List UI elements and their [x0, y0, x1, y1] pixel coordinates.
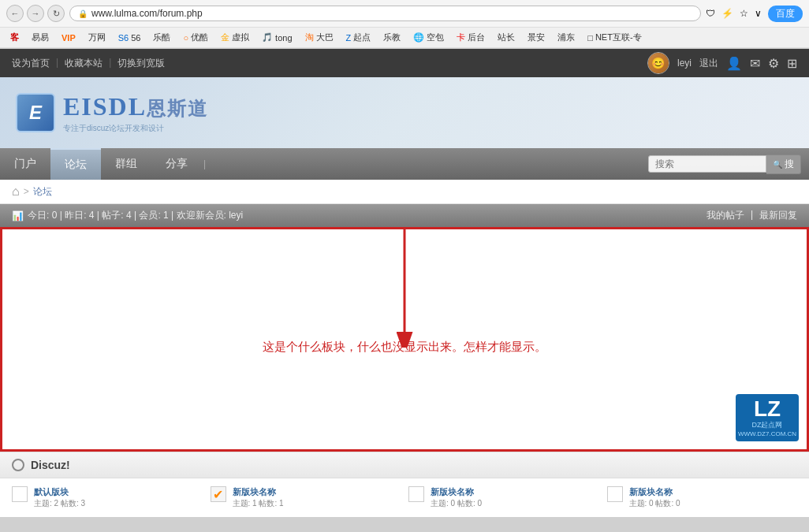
checkmark-icon-1: ✔ — [213, 487, 223, 502]
stats-bar-right: 我的帖子 | 最新回复 — [706, 209, 797, 222]
grid-icon[interactable]: ⊞ — [787, 56, 797, 71]
my-posts-link[interactable]: 我的帖子 — [706, 209, 744, 222]
bookmark-net[interactable]: □NET互联-专 — [583, 30, 645, 45]
browser-chrome: ← → ↻ 🔒 www.lulma.com/forum.php 🛡 ⚡ ☆ ∨ … — [0, 0, 809, 49]
search-input[interactable] — [648, 155, 766, 173]
bookmark-taoba[interactable]: 淘大巴 — [301, 30, 337, 45]
site-header: E EISDL恩斯道 专注于discuz论坛开发和设计 — [0, 77, 809, 148]
forward-button[interactable]: → — [27, 5, 44, 22]
forum-checkbox-1[interactable]: ✔ — [211, 486, 226, 502]
bookmark-ke[interactable]: 客 — [6, 30, 23, 45]
discuz-section: Discuz! 默认版块 主题: 2 帖数: 3 ✔ 新版块名称 主题: 1 帖… — [0, 452, 809, 517]
dz-badge: LZ DZ起点网 WWW.DZ7.COM.CN — [736, 394, 799, 441]
forum-checkbox-2[interactable] — [408, 486, 424, 502]
stats-bar-left: 📊 今日: 0 | 昨日: 4 | 帖子: 4 | 会员: 1 | 欢迎新会员:… — [12, 209, 243, 222]
person-icon[interactable]: 👤 — [726, 56, 742, 71]
forum-stats-3: 主题: 0 帖数: 0 — [629, 498, 680, 509]
bookmark-wanwang[interactable]: 万网 — [84, 30, 110, 45]
nav-forum[interactable]: 论坛 — [50, 148, 101, 180]
bookmark-tong[interactable]: 🎵tong — [258, 31, 296, 44]
breadcrumb: ⌂ > 论坛 — [0, 180, 809, 204]
avatar: 😊 — [647, 52, 669, 74]
dz-badge-url: WWW.DZ7.COM.CN — [738, 430, 796, 437]
logout-link[interactable]: 退出 — [699, 57, 718, 70]
baidu-search[interactable]: 百度 — [768, 6, 803, 22]
search-button[interactable]: 🔍搜 — [766, 154, 801, 174]
logo-description: 专注于discuz论坛开发和设计 — [63, 123, 208, 134]
discuz-circle-icon — [12, 459, 24, 471]
logo-main-text: EISDL恩斯道 — [63, 92, 208, 121]
forum-stats-2: 主题: 0 帖数: 0 — [431, 498, 482, 509]
stats-bar: 📊 今日: 0 | 昨日: 4 | 帖子: 4 | 会员: 1 | 欢迎新会员:… — [0, 204, 809, 227]
logo-icon: E — [16, 93, 55, 132]
bookmark-link[interactable]: 收藏本站 — [65, 57, 103, 70]
bookmark-lejiao[interactable]: 乐教 — [379, 30, 404, 45]
bookmark-jingan[interactable]: 景安 — [524, 30, 549, 45]
star-icon[interactable]: ☆ — [740, 8, 748, 19]
forum-name-0: 默认版块 — [34, 486, 85, 498]
bookmark-jinxuni[interactable]: 金虚拟 — [217, 30, 253, 45]
bookmark-yiyi[interactable]: 易易 — [28, 30, 53, 45]
home-icon[interactable]: ⌂ — [12, 184, 20, 199]
forum-cell-3: 新版块名称 主题: 0 帖数: 0 — [607, 486, 798, 509]
nav-groups[interactable]: 群组 — [101, 149, 151, 179]
back-button[interactable]: ← — [6, 5, 24, 22]
question-text: 这是个什么板块，什么也没显示出来。怎样才能显示。 — [263, 340, 546, 355]
lock-icon: 🔒 — [78, 9, 88, 18]
chevron-icon[interactable]: ∨ — [755, 8, 762, 19]
site-logo: E EISDL恩斯道 专注于discuz论坛开发和设计 — [16, 92, 208, 134]
refresh-button[interactable]: ↻ — [47, 5, 65, 22]
separator1: | — [56, 57, 58, 70]
gear-icon[interactable]: ⚙ — [768, 56, 779, 71]
logo-text: EISDL恩斯道 专注于discuz论坛开发和设计 — [63, 92, 208, 134]
forum-grid: 默认版块 主题: 2 帖数: 3 ✔ 新版块名称 主题: 1 帖数: 1 新版块… — [0, 478, 809, 517]
bolt-icon[interactable]: ⚡ — [721, 8, 733, 19]
bookmark-ka[interactable]: 卡后台 — [453, 30, 489, 45]
stats-icon: 📊 — [12, 210, 24, 221]
forum-cell-2: 新版块名称 主题: 0 帖数: 0 — [408, 486, 599, 509]
forum-cell-0: 默认版块 主题: 2 帖数: 3 — [12, 486, 203, 509]
discuz-title: Discuz! — [31, 459, 70, 471]
nav-portal[interactable]: 门户 — [0, 149, 50, 179]
browser-toolbar: ← → ↻ 🔒 www.lulma.com/forum.php 🛡 ⚡ ☆ ∨ … — [0, 0, 809, 28]
forum-stats-0: 主题: 2 帖数: 3 — [34, 498, 85, 509]
mail-icon[interactable]: ✉ — [750, 56, 760, 71]
breadcrumb-current: 论坛 — [33, 185, 52, 199]
set-home-link[interactable]: 设为首页 — [12, 57, 50, 70]
bookmark-youku[interactable]: ○优酷 — [179, 30, 212, 45]
forum-checkbox-0[interactable] — [12, 486, 28, 502]
shield-icon[interactable]: 🛡 — [706, 8, 715, 19]
forum-info-2: 新版块名称 主题: 0 帖数: 0 — [431, 486, 482, 509]
address-bar[interactable]: 🔒 www.lulma.com/forum.php — [69, 6, 701, 21]
main-content-area: 这是个什么板块，什么也没显示出来。怎样才能显示。 LZ DZ起点网 WWW.DZ… — [0, 227, 809, 452]
url-text: www.lulma.com/forum.php — [91, 8, 203, 19]
bookmark-zhanzhan[interactable]: 站长 — [494, 30, 519, 45]
browser-actions: 🛡 ⚡ ☆ ∨ 百度 — [706, 6, 803, 22]
breadcrumb-separator: > — [24, 186, 29, 197]
forum-stats-1: 主题: 1 帖数: 1 — [233, 498, 284, 509]
nav-search: 🔍搜 — [640, 151, 809, 178]
forum-info-0: 默认版块 主题: 2 帖数: 3 — [34, 486, 85, 509]
bookmark-kongbao[interactable]: 🌐空包 — [409, 30, 448, 45]
forum-name-2: 新版块名称 — [431, 486, 482, 498]
red-arrow — [373, 229, 436, 350]
bookmark-leku[interactable]: 乐酷 — [149, 30, 174, 45]
forum-name-3: 新版块名称 — [629, 486, 680, 498]
forum-info-1: 新版块名称 主题: 1 帖数: 1 — [233, 486, 284, 509]
switch-wide-link[interactable]: 切换到宽版 — [117, 57, 165, 70]
nav-share[interactable]: 分享 — [151, 149, 202, 179]
nav-separator: | — [202, 158, 207, 169]
bookmarks-bar: 客 易易 VIP 万网 S6 56 乐酷 ○优酷 金虚拟 🎵tong 淘大巴 Z… — [0, 28, 809, 48]
top-bar-right: 😊 leyi 退出 👤 ✉ ⚙ ⊞ — [647, 52, 797, 74]
forum-checkbox-3[interactable] — [607, 486, 623, 502]
top-bar-left: 设为首页 | 收藏本站 | 切换到宽版 — [12, 57, 165, 70]
bookmark-pudong[interactable]: 浦东 — [554, 30, 579, 45]
bookmark-s6[interactable]: S6 56 — [114, 32, 145, 44]
top-user-bar: 设为首页 | 收藏本站 | 切换到宽版 😊 leyi 退出 👤 ✉ ⚙ ⊞ — [0, 49, 809, 77]
page-content: 设为首页 | 收藏本站 | 切换到宽版 😊 leyi 退出 👤 ✉ ⚙ ⊞ E … — [0, 49, 809, 517]
bookmark-qidian[interactable]: Z起点 — [342, 30, 375, 45]
bookmark-vip[interactable]: VIP — [58, 32, 80, 44]
forum-name-1: 新版块名称 — [233, 486, 284, 498]
stats-right-sep: | — [751, 209, 753, 222]
latest-reply-link[interactable]: 最新回复 — [759, 209, 797, 222]
